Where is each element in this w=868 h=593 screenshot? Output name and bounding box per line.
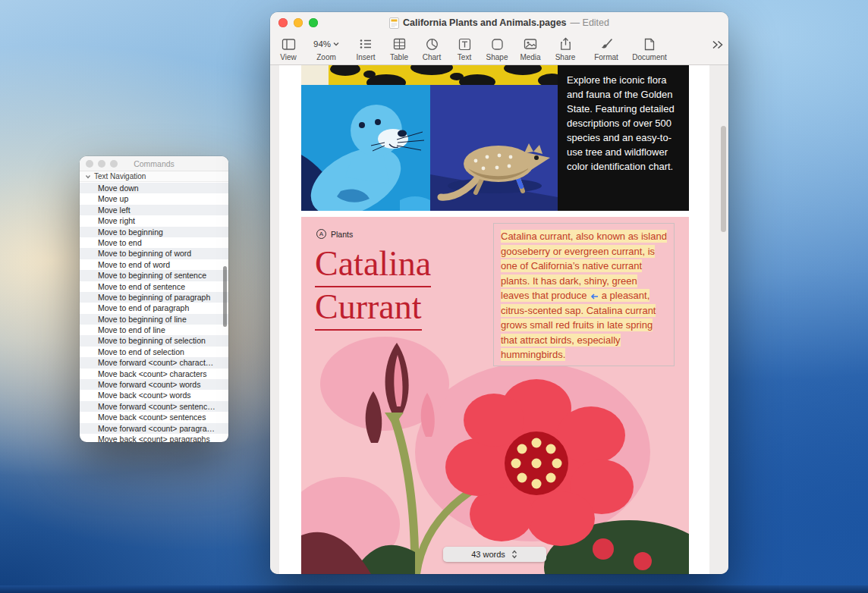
command-list-item[interactable]: Move up bbox=[80, 193, 228, 204]
command-list-item[interactable]: Move to end of word bbox=[80, 259, 228, 270]
insert-list-icon bbox=[359, 36, 373, 52]
command-list-item[interactable]: Move forward <count> charact… bbox=[80, 357, 228, 368]
pages-content-area: Explore the iconic flora and fauna of th… bbox=[270, 65, 728, 574]
zoom-value: 94% bbox=[313, 39, 331, 49]
fullscreen-button[interactable] bbox=[309, 18, 318, 27]
minimize-button-inactive bbox=[98, 160, 105, 168]
category-badge[interactable]: A Plants bbox=[316, 229, 353, 239]
chevron-down-icon bbox=[333, 42, 339, 46]
command-list-item[interactable]: Move forward <count> words bbox=[80, 379, 228, 390]
command-list-item[interactable]: Move back <count> words bbox=[80, 390, 228, 400]
command-list-item[interactable]: Move to beginning of sentence bbox=[80, 270, 228, 281]
shape-icon bbox=[491, 36, 504, 52]
body-text-box[interactable]: Catalina currant, also known as island g… bbox=[493, 223, 675, 366]
command-list-item[interactable]: Move to beginning of paragraph bbox=[80, 292, 228, 303]
commands-titlebar[interactable]: Commands bbox=[80, 156, 228, 171]
command-list-item[interactable]: Move right bbox=[80, 215, 228, 226]
zoom-button-inactive bbox=[110, 160, 118, 168]
toolbar-text-button[interactable]: Text bbox=[446, 36, 483, 61]
double-chevron-right-icon bbox=[712, 39, 724, 50]
toolbar-view-button[interactable]: View bbox=[270, 36, 307, 61]
chevron-down-icon bbox=[85, 174, 91, 180]
pattern-image[interactable] bbox=[301, 65, 558, 85]
close-button[interactable] bbox=[278, 18, 288, 27]
command-list-item[interactable]: Move forward <count> sentenc… bbox=[80, 401, 228, 412]
article-title[interactable]: Catalina Currant bbox=[315, 244, 431, 331]
seal-illustration[interactable] bbox=[301, 85, 430, 211]
close-button-inactive bbox=[86, 160, 93, 168]
section-header-text-navigation[interactable]: Text Navigation bbox=[80, 171, 228, 182]
format-brush-icon bbox=[600, 36, 613, 52]
toolbar-table-button[interactable]: Table bbox=[381, 36, 417, 61]
command-list-item[interactable]: Move back <count> paragraphs bbox=[80, 434, 228, 442]
document-page-icon bbox=[644, 36, 655, 52]
up-down-chevrons-icon bbox=[511, 550, 517, 559]
category-letter: A bbox=[316, 229, 326, 239]
toolbar-zoom-dropdown[interactable]: 94% Zoom bbox=[308, 36, 344, 61]
command-list-item[interactable]: Move to end bbox=[80, 237, 228, 248]
pages-scrollbar-thumb[interactable] bbox=[721, 126, 726, 232]
command-list-item[interactable]: Move to beginning of selection bbox=[80, 335, 228, 346]
pages-window-header: California Plants and Animals.pages — Ed… bbox=[270, 12, 728, 65]
command-list-item[interactable]: Move to end of selection bbox=[80, 347, 228, 357]
chart-pie-icon bbox=[426, 36, 439, 52]
command-list-item[interactable]: Move back <count> characters bbox=[80, 369, 228, 379]
window-title: California Plants and Animals.pages bbox=[403, 17, 567, 28]
toolbar-shape-button[interactable]: Shape bbox=[479, 36, 515, 61]
pages-titlebar[interactable]: California Plants and Animals.pages — Ed… bbox=[270, 12, 728, 33]
media-photo-icon bbox=[524, 36, 537, 52]
lizard-illustration[interactable] bbox=[430, 85, 558, 211]
command-list-item[interactable]: Move to beginning bbox=[80, 227, 228, 237]
command-list-item[interactable]: Move to end of sentence bbox=[80, 281, 228, 292]
intro-text-box[interactable]: Explore the iconic flora and fauna of th… bbox=[558, 65, 689, 211]
minimize-button[interactable] bbox=[294, 18, 303, 27]
commands-scrollbar-thumb[interactable] bbox=[223, 266, 227, 327]
toolbar-media-button[interactable]: Media bbox=[512, 36, 549, 61]
toolbar-overflow-button[interactable] bbox=[712, 39, 724, 50]
document-page: Explore the iconic flora and fauna of th… bbox=[279, 65, 709, 574]
text-icon bbox=[458, 36, 471, 52]
article-title-line1: Catalina bbox=[315, 244, 431, 287]
category-label: Plants bbox=[331, 230, 353, 239]
insertion-marker-icon bbox=[590, 293, 599, 300]
command-list-item[interactable]: Move to beginning of word bbox=[80, 248, 228, 259]
window-edited-state: — Edited bbox=[571, 17, 609, 28]
table-icon bbox=[393, 36, 406, 52]
command-list-item[interactable]: Move down bbox=[80, 183, 228, 193]
plants-section: A Plants Catalina Currant bbox=[301, 217, 689, 574]
pages-window: California Plants and Animals.pages — Ed… bbox=[270, 12, 728, 574]
toolbar-format-button[interactable]: Format bbox=[588, 36, 624, 61]
command-list-item[interactable]: Move to end of line bbox=[80, 325, 228, 335]
window-controls-inactive bbox=[86, 160, 118, 168]
toolbar-insert-button[interactable]: Insert bbox=[348, 36, 384, 61]
share-icon bbox=[560, 36, 571, 52]
document-proxy-icon bbox=[389, 17, 399, 29]
word-count-value: 43 words bbox=[471, 550, 505, 559]
section-label: Text Navigation bbox=[94, 172, 146, 180]
commands-list: Move down Move up Move left Move right M… bbox=[80, 183, 228, 442]
window-controls bbox=[278, 18, 318, 27]
toolbar-share-button[interactable]: Share bbox=[547, 36, 583, 61]
toolbar-document-button[interactable]: Document bbox=[631, 36, 668, 61]
toolbar-chart-button[interactable]: Chart bbox=[414, 36, 450, 61]
commands-window-title: Commands bbox=[134, 159, 175, 168]
command-list-item[interactable]: Move back <count> sentences bbox=[80, 412, 228, 422]
view-sidebar-icon bbox=[281, 36, 296, 52]
command-list-item[interactable]: Move to end of paragraph bbox=[80, 303, 228, 313]
commands-window: Commands Text Navigation Move down Move … bbox=[80, 156, 228, 442]
command-list-item[interactable]: Move forward <count> paragra… bbox=[80, 423, 228, 434]
highlighted-text: Catalina currant, also known as island g… bbox=[501, 230, 667, 361]
intro-text: Explore the iconic flora and fauna of th… bbox=[567, 74, 675, 172]
command-list-item[interactable]: Move to beginning of line bbox=[80, 314, 228, 325]
command-list-item[interactable]: Move left bbox=[80, 205, 228, 215]
word-count-dropdown[interactable]: 43 words bbox=[443, 547, 546, 562]
